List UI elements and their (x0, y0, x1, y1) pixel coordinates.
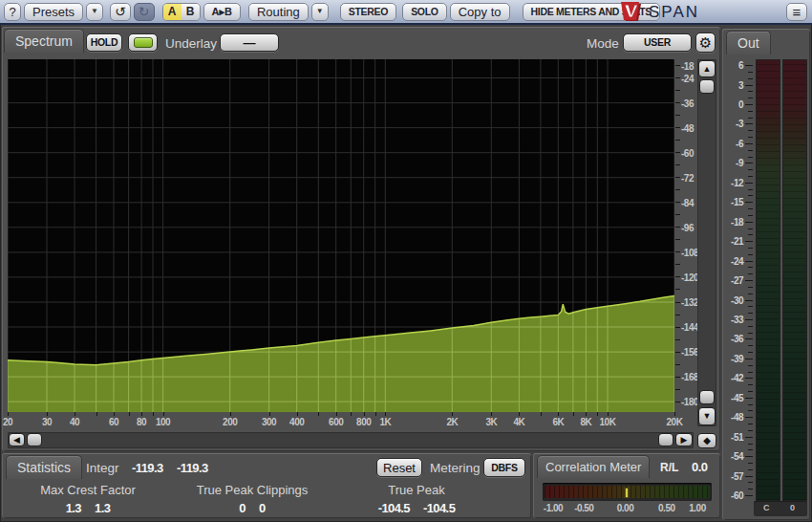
stat-label: True Peak (331, 484, 502, 497)
scroll-down-icon[interactable]: ▼ (698, 407, 716, 425)
out-scale-label: -18 (722, 218, 743, 228)
vertical-scroll-thumb-bottom[interactable] (699, 390, 715, 404)
freq-tick-label: 1K (372, 418, 398, 427)
out-scale-label: 3 (722, 81, 743, 91)
copy-to-button[interactable]: Copy to (450, 3, 510, 21)
out-scale-tick (748, 430, 753, 431)
reset-button[interactable]: Reset (376, 458, 422, 477)
db-tick (675, 177, 680, 178)
db-tick (675, 315, 680, 315)
solo-button[interactable]: SOLO (402, 3, 447, 21)
db-tick (675, 339, 680, 340)
zoom-reset-icon[interactable]: ◆ (697, 433, 716, 448)
routing-dropdown-icon[interactable]: ▼ (311, 3, 329, 21)
freq-tick-label: 10K (594, 418, 621, 427)
stereo-button[interactable]: STEREO (340, 3, 396, 21)
out-channel-label-right: 0 (790, 504, 795, 512)
out-scale-tick (745, 222, 753, 223)
freq-tick-label: 400 (284, 418, 310, 427)
out-scale-tick (745, 65, 753, 66)
spectrum-curve (8, 59, 674, 412)
a-to-b-copy-button[interactable]: A▸B (203, 3, 241, 21)
vertical-scroll-thumb-top[interactable] (699, 79, 715, 94)
vertical-scrollbar[interactable]: ▲ ▼ (697, 59, 716, 426)
out-scale-tick (748, 333, 753, 334)
out-scale-tick (748, 234, 753, 235)
metering-label: Metering (430, 462, 481, 475)
freq-tick (141, 412, 142, 416)
undo-icon[interactable]: ↺ (110, 3, 131, 21)
metering-select-button[interactable]: DBFS (483, 458, 525, 477)
ab-a-button[interactable]: A (163, 4, 182, 20)
db-tick-label: -24 (681, 75, 694, 84)
redo-icon[interactable]: ↻ (134, 3, 155, 21)
tab-spectrum[interactable]: Spectrum (4, 29, 84, 53)
tab-statistics[interactable]: Statistics (6, 455, 82, 479)
out-scale-label: -12 (722, 179, 743, 188)
correlation-scale-label: 0.50 (651, 504, 683, 513)
statistics-panel: Statistics Integr -119.3 -119.3 Reset Me… (2, 453, 531, 518)
stat-label: Max Crest Factor (8, 484, 168, 497)
out-scale-tick (748, 352, 753, 353)
horizontal-scrollbar[interactable]: ◀ ▶ (8, 432, 694, 448)
ab-b-button[interactable]: B (182, 4, 200, 20)
freq-tick-label: 100 (150, 418, 177, 427)
correlation-meter-bar (543, 483, 712, 501)
integr-label: Integr (86, 462, 119, 475)
out-scale-tick (745, 85, 753, 86)
out-scale-tick (745, 143, 753, 144)
out-scale-tick (748, 287, 753, 288)
out-meter-bar-left (756, 59, 780, 501)
freq-tick (318, 412, 319, 416)
out-scale-label: -24 (722, 257, 743, 267)
out-scale-tick (748, 463, 753, 464)
spectrum-enable-led-button[interactable] (128, 33, 158, 52)
db-tick-label: -108 (681, 249, 698, 258)
tab-correlation-meter[interactable]: Correlation Meter (537, 455, 650, 478)
integr-value-left: -119.3 (132, 462, 163, 474)
mode-select-button[interactable]: USER (623, 33, 692, 52)
correlation-scale-label: 0.00 (609, 504, 642, 513)
scroll-left-icon[interactable]: ◀ (9, 433, 25, 446)
freq-tick-label: 6K (545, 418, 571, 427)
db-tick-label: -156 (681, 348, 698, 358)
horizontal-scroll-thumb-right[interactable] (658, 433, 673, 446)
presets-button[interactable]: Presets (24, 3, 83, 21)
stat-value-left: 1.3 (66, 501, 81, 515)
underlay-select-button[interactable]: — (220, 33, 279, 52)
frequency-axis: 20304060801002003004006008001K2K3K4K6K8K… (8, 412, 674, 431)
db-tick-label: -72 (681, 174, 694, 184)
tab-out[interactable]: Out (726, 31, 771, 54)
freq-tick-label: 2K (438, 418, 465, 427)
out-scale-label: -57 (722, 472, 743, 482)
spectrum-graph[interactable] (8, 59, 674, 412)
help-button[interactable]: ? (4, 3, 21, 21)
db-tick (675, 239, 680, 240)
out-scale-tick (748, 294, 753, 294)
presets-dropdown-icon[interactable]: ▼ (86, 3, 103, 21)
freq-tick-label: 20K (661, 418, 688, 427)
out-scale-tick (745, 437, 753, 438)
out-scale-tick (748, 78, 753, 79)
freq-tick (336, 412, 337, 416)
out-scale-tick (748, 248, 753, 249)
out-scale-tick (748, 195, 753, 196)
scroll-right-icon[interactable]: ▶ (675, 433, 693, 446)
out-scale-tick (748, 137, 753, 138)
hold-button[interactable]: HOLD (86, 33, 122, 52)
correlation-scale-label: -0.50 (567, 504, 600, 513)
db-tick (675, 189, 680, 190)
horizontal-scroll-thumb-left[interactable] (27, 433, 42, 446)
freq-tick-label: 40 (61, 418, 88, 427)
gear-icon[interactable]: ⚙ (695, 33, 716, 53)
stat-label: True Peak Clippings (170, 484, 334, 497)
menu-button[interactable]: ≡ (786, 3, 807, 21)
correlation-panel: Correlation Meter R/L 0.0 -1.00-0.500.00… (533, 453, 720, 518)
scroll-up-icon[interactable]: ▲ (698, 60, 716, 77)
out-scale-tick (748, 372, 753, 373)
out-scale-label: -36 (722, 335, 743, 344)
routing-button[interactable]: Routing (248, 3, 309, 21)
out-scale-tick (745, 338, 753, 339)
out-scale-label: -48 (722, 413, 743, 423)
db-tick (675, 327, 680, 328)
